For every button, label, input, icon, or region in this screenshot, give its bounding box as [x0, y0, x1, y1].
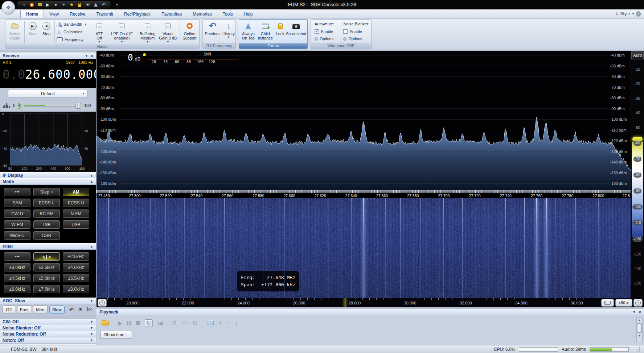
- att-button[interactable]: ATT Off▼: [92, 20, 106, 44]
- screenshot-button[interactable]: Screenshot: [286, 20, 306, 43]
- speaker-icon[interactable]: [17, 104, 20, 107]
- colorbar-auto-button[interactable]: Auto: [631, 51, 644, 59]
- section-expand-icon[interactable]: ▼: [90, 339, 93, 342]
- pause-icon[interactable]: [127, 321, 131, 325]
- playback-close-icon[interactable]: ×: [639, 310, 641, 314]
- mode-button[interactable]: AM: [63, 188, 89, 196]
- section-collapse-icon[interactable]: ▲: [90, 180, 93, 183]
- scrubber-zoom-button[interactable]: x50 ▶: [615, 299, 632, 307]
- bandwidth-button[interactable]: Bandwidth▼: [57, 22, 89, 27]
- scrub-left-button[interactable]: «: [98, 299, 107, 307]
- filter-button[interactable]: ±2.5kHz: [63, 252, 89, 261]
- zoom-out-icon[interactable]: −: [226, 320, 230, 326]
- visual-gain-button[interactable]: Visual Gain 0 dB▼: [157, 20, 179, 44]
- forward-icon[interactable]: ↻: [192, 319, 198, 327]
- download-icon[interactable]: ↓: [235, 320, 238, 326]
- mode-button[interactable]: W-FM: [4, 220, 30, 229]
- ribbon-tab[interactable]: Receive: [64, 10, 91, 18]
- scroll-up-icon[interactable]: ▲: [638, 318, 641, 323]
- resize-grip[interactable]: [635, 347, 640, 352]
- mode-button[interactable]: Wide-U: [4, 231, 30, 240]
- agc-button[interactable]: Med: [33, 306, 47, 314]
- ribbon-tab[interactable]: Home: [20, 10, 44, 18]
- stop-icon[interactable]: [136, 321, 140, 325]
- filter-button[interactable]: ±5.0kHz: [33, 274, 60, 282]
- mode-button[interactable]: ECSS-L: [33, 199, 60, 207]
- mode-button[interactable]: •••: [4, 188, 30, 196]
- noise-blanker-enable-checkbox[interactable]: Enable: [343, 29, 369, 34]
- profile-dropdown[interactable]: Default ▼: [8, 90, 88, 98]
- agc-envelope-icon[interactable]: ✉: [78, 307, 82, 312]
- section-expand-icon[interactable]: ▼: [90, 332, 93, 336]
- skip-to-start-icon[interactable]: |◀: [157, 320, 162, 327]
- ribbon-tab[interactable]: Transmit: [91, 10, 119, 18]
- ribbon-tab[interactable]: View: [44, 10, 64, 18]
- lpf-button[interactable]: LPF On (HF enabled)▼: [106, 20, 138, 44]
- scrubber-current-marker[interactable]: [345, 298, 345, 307]
- mode-button[interactable]: LSB: [33, 220, 60, 229]
- mode-button[interactable]: DSB: [33, 231, 60, 240]
- online-support-button[interactable]: Online Support: [181, 20, 198, 44]
- audio-spectrum-graph[interactable]: 0-20-40-602040501002004008001k6: [0, 112, 96, 172]
- scroll-down-icon[interactable]: ▼: [638, 333, 641, 338]
- mode-button[interactable]: N-FM: [63, 209, 89, 218]
- open-file-icon[interactable]: [102, 321, 109, 325]
- waterfall-colorbar[interactable]: Auto -10-20-30-40-50-60-70-80-90-100-110…: [631, 51, 644, 298]
- always-on-top-button[interactable]: Always On Top: [240, 20, 257, 43]
- style-gear-icon[interactable]: [636, 12, 640, 16]
- filter-button[interactable]: •••: [4, 252, 30, 261]
- filter-button[interactable]: ±7.0kHz: [33, 285, 60, 293]
- spectrum-display[interactable]: -40 dBm-40 dBm -50 dBm-50 dBm -60 dBm-60…: [97, 51, 631, 190]
- filter-button[interactable]: ±6.0kHz: [4, 285, 30, 293]
- mode-button[interactable]: SAM: [4, 199, 30, 207]
- waterfall-display[interactable]: Freq:27.648 MHz Span:±172.800 kHz: [97, 198, 631, 298]
- print-icon[interactable]: [208, 321, 214, 325]
- collapsed-section-header[interactable]: CW: Off ▼: [0, 319, 96, 325]
- collapsed-section-header[interactable]: Notch: Off ▼: [0, 337, 96, 344]
- ribbon-tab[interactable]: Memories: [187, 10, 217, 18]
- zoom-in-icon[interactable]: +: [218, 320, 222, 326]
- noise-blanker-options-button[interactable]: Options: [343, 37, 369, 41]
- receive-panel-header[interactable]: Receive ▼ ×: [0, 53, 96, 59]
- lock-button[interactable]: Lock: [274, 20, 286, 43]
- start-button[interactable]: ▶ Start: [25, 20, 39, 44]
- collapse-ribbon-icon[interactable]: ▲▼: [615, 12, 618, 16]
- filter-button[interactable]: ±3.0kHz: [4, 263, 30, 271]
- checkbox-checked-icon[interactable]: ✓: [315, 29, 319, 34]
- buffering-button[interactable]: Buffering Medium▼: [138, 20, 157, 44]
- history-button[interactable]: ↓ History▼: [221, 20, 236, 43]
- scrollbar-thumb[interactable]: ≡: [637, 323, 642, 333]
- scrubber-keyboard-button[interactable]: [601, 299, 614, 307]
- frequency-button[interactable]: Frequency: [57, 37, 89, 42]
- playback-collapse-icon[interactable]: ▼: [633, 310, 636, 314]
- filter-button[interactable]: « | »: [33, 252, 60, 261]
- frequency-ruler[interactable]: 27.8 27.48027.50027.52027.54027.56027.58…: [97, 190, 631, 198]
- section-collapse-icon[interactable]: ▼: [90, 299, 93, 303]
- panel-collapse-icon[interactable]: ▼: [85, 54, 88, 58]
- mode-button[interactable]: CW-U: [4, 209, 30, 218]
- style-selector[interactable]: ▲▼ Style ▼: [615, 11, 640, 16]
- section-expand-icon[interactable]: ▼: [90, 326, 93, 330]
- rx-frequency-panel[interactable]: RX 1 -1967 - 1891 Hz 0.026.600.000: [0, 59, 96, 88]
- equalizer-icon[interactable]: [3, 103, 10, 108]
- filter-button[interactable]: ±8.0kHz: [63, 285, 89, 293]
- filter-button[interactable]: ±3.5kHz: [33, 263, 60, 271]
- agc-undo-icon[interactable]: ↶: [69, 307, 74, 313]
- calibration-button[interactable]: Calibration: [57, 30, 89, 34]
- filter-section-header[interactable]: Filter ▲: [0, 243, 96, 250]
- agc-button[interactable]: Slow: [49, 306, 65, 314]
- agc-button[interactable]: Off: [3, 306, 15, 314]
- frequency-display[interactable]: 0.026.600.000: [3, 67, 93, 82]
- agc-button[interactable]: Fast: [17, 306, 31, 314]
- automute-options-button[interactable]: Options: [315, 37, 337, 41]
- play-icon[interactable]: ▶: [118, 320, 122, 327]
- volume-slider[interactable]: [24, 105, 81, 107]
- if-display-section-header[interactable]: IF Display ▲: [0, 172, 96, 178]
- collapsed-section-header[interactable]: Noise Reduction: Off ▼: [0, 331, 96, 337]
- loop-icon[interactable]: ↻: [145, 319, 152, 327]
- panel-close-icon[interactable]: ×: [91, 54, 93, 58]
- agc-section-header[interactable]: AGC: Slow ▼: [0, 298, 96, 304]
- section-expand-icon[interactable]: ▼: [90, 320, 93, 324]
- application-menu-button[interactable]: ❖: [1, 1, 15, 14]
- child-instance-button[interactable]: Child Instance: [257, 20, 275, 43]
